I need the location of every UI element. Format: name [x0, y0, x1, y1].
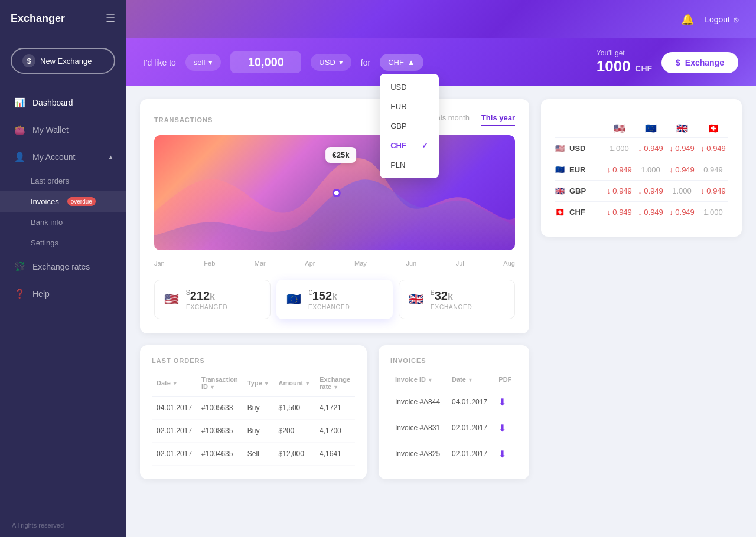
sidebar-item-wallet[interactable]: 👛 My Wallet — [0, 116, 126, 143]
chevron-up-icon: ▲ — [107, 153, 114, 161]
col-date[interactable]: Date▼ — [152, 372, 197, 397]
sidebar-item-exchange-rates[interactable]: 💱 Exchange rates — [0, 253, 126, 280]
sort-icon: ▼ — [428, 377, 433, 383]
check-icon: ✓ — [422, 141, 428, 150]
notification-icon[interactable]: 🔔 — [681, 13, 694, 26]
gbp-amount: £32k — [431, 289, 472, 303]
sort-icon: ▼ — [305, 381, 310, 387]
rate-row: 🇬🇧 GBP ↓ 0.949↓ 0.9491.000↓ 0.949 — [555, 180, 728, 201]
exchange-rates-card: 🇺🇸 🇪🇺 🇬🇧 🇨🇭 🇺🇸 USD 1.000↓ 0.949↓ 0.949↓ … — [541, 99, 742, 237]
col-rate[interactable]: Exchange rate▼ — [315, 372, 355, 397]
wallet-icon: 👛 — [14, 125, 25, 135]
rate-flag-usd: 🇺🇸 — [605, 123, 634, 134]
rate-currency-name: CHF — [569, 208, 585, 217]
list-item: Invoice #A844 04.01.2017 ⬇ — [390, 389, 517, 415]
gbp-stat-info: £32k EXCHANGED — [431, 289, 472, 310]
last-orders-title: LAST ORDERS — [152, 357, 355, 364]
dropdown-item-usd[interactable]: USD — [380, 77, 439, 97]
sidebar-item-bank-info[interactable]: Bank info — [0, 212, 126, 233]
logout-button[interactable]: Logout ⎋ — [705, 15, 738, 24]
sidebar-item-last-orders[interactable]: Last orders — [0, 171, 126, 191]
rate-flag-eur: 🇪🇺 — [636, 123, 665, 134]
sidebar-nav: 📊 Dashboard 👛 My Wallet 👤 My Account ▲ L… — [0, 89, 126, 513]
sidebar-item-settings[interactable]: Settings — [0, 233, 126, 253]
dropdown-item-chf[interactable]: CHF ✓ — [380, 136, 439, 155]
from-currency-select[interactable]: USD ▾ — [311, 54, 351, 71]
transactions-header: TRANSACTIONS This week This month This y… — [154, 113, 515, 126]
sidebar-item-account[interactable]: 👤 My Account ▲ — [0, 143, 126, 171]
tab-this-year[interactable]: This year — [481, 113, 515, 126]
chart-tooltip: €25k — [325, 147, 357, 163]
eur-amount: €152k — [308, 289, 350, 303]
usd-amount: $212k — [186, 289, 228, 303]
rate-flag: 🇨🇭 — [555, 208, 565, 217]
table-row: 02.01.2017 #1004635 Sell $12,000 4,1641 — [152, 442, 355, 465]
topbar: 🔔 Logout ⎋ — [126, 0, 756, 38]
download-icon[interactable]: ⬇ — [498, 397, 506, 407]
new-exchange-icon: $ — [22, 54, 35, 67]
table-row: 04.01.2017 #1005633 Buy $1,500 4,1721 — [152, 396, 355, 419]
rate-currency-name: USD — [569, 144, 585, 153]
chart-label-jan: Jan — [154, 260, 165, 267]
col-invoice-id[interactable]: Invoice ID▼ — [390, 372, 447, 389]
to-currency-select[interactable]: CHF ▲ — [380, 54, 423, 71]
sidebar-item-dashboard[interactable]: 📊 Dashboard — [0, 89, 126, 116]
app-logo: Exchanger — [11, 12, 65, 25]
orders-tbody: 04.01.2017 #1005633 Buy $1,500 4,1721 02… — [152, 396, 355, 465]
from-currency-chevron-icon: ▾ — [339, 58, 343, 67]
rate-header-row: 🇺🇸 🇪🇺 🇬🇧 🇨🇭 — [555, 119, 728, 137]
gbp-stat-card[interactable]: 🇬🇧 £32k EXCHANGED — [399, 280, 515, 319]
overdue-badge: overdue — [67, 197, 96, 206]
rate-row: 🇨🇭 CHF ↓ 0.949↓ 0.949↓ 0.9491.000 — [555, 201, 728, 222]
dropdown-item-eur[interactable]: EUR — [380, 97, 439, 116]
sidebar: Exchanger ☰ $ New Exchange 📊 Dashboard 👛… — [0, 0, 126, 537]
chart-label-jul: Jul — [456, 260, 464, 267]
topbar-actions: 🔔 Logout ⎋ — [681, 13, 738, 26]
dropdown-item-pln[interactable]: PLN — [380, 155, 439, 175]
orders-table: Date▼ Transaction ID▼ Type▼ Amount▼ Exch… — [152, 372, 355, 466]
eur-stat-info: €152k EXCHANGED — [308, 289, 350, 310]
col-invoice-date[interactable]: Date▼ — [447, 372, 494, 389]
download-icon[interactable]: ⬇ — [498, 423, 506, 433]
sidebar-item-invoices[interactable]: Invoices overdue — [0, 191, 126, 212]
col-transaction-id[interactable]: Transaction ID▼ — [197, 372, 243, 397]
rate-table: 🇺🇸 🇪🇺 🇬🇧 🇨🇭 🇺🇸 USD 1.000↓ 0.949↓ 0.949↓ … — [555, 119, 728, 222]
dropdown-item-gbp[interactable]: GBP — [380, 116, 439, 136]
action-select[interactable]: sell ▾ — [185, 54, 221, 71]
exchange-bar: I'd like to sell ▾ 10,000 USD ▾ for CHF … — [126, 38, 756, 86]
usd-stat-card[interactable]: 🇺🇸 $212k EXCHANGED — [154, 280, 271, 319]
logout-icon: ⎋ — [734, 15, 738, 24]
transactions-card: TRANSACTIONS This week This month This y… — [140, 99, 529, 333]
to-currency-wrapper: CHF ▲ USD EUR GBP CHF ✓ PLN — [380, 54, 423, 71]
account-icon: 👤 — [14, 152, 25, 162]
usd-stat-info: $212k EXCHANGED — [186, 289, 228, 310]
download-icon[interactable]: ⬇ — [498, 449, 506, 459]
col-type[interactable]: Type▼ — [243, 372, 274, 397]
chart-label-jun: Jun — [406, 260, 416, 267]
rate-flag-chf: 🇨🇭 — [699, 123, 728, 134]
list-item: Invoice #A831 02.01.2017 ⬇ — [390, 415, 517, 441]
new-exchange-button[interactable]: $ New Exchange — [11, 48, 115, 74]
left-column: TRANSACTIONS This week This month This y… — [140, 99, 529, 479]
chart-label-may: May — [354, 260, 367, 267]
sidebar-item-help[interactable]: ❓ Help — [0, 280, 126, 307]
youll-get-display: You'll get 1000 CHF — [597, 49, 652, 76]
main-area: 🔔 Logout ⎋ I'd like to sell ▾ 10,000 USD… — [126, 0, 756, 537]
sort-icon: ▼ — [468, 377, 473, 383]
hamburger-icon[interactable]: ☰ — [106, 12, 115, 25]
chart-label-mar: Mar — [255, 260, 266, 267]
sort-icon: ▼ — [264, 381, 269, 387]
rate-flag: 🇺🇸 — [555, 144, 565, 153]
to-currency-chevron-icon: ▲ — [408, 58, 415, 67]
exchange-submit-button[interactable]: $ Exchange — [662, 52, 738, 73]
content-inner: TRANSACTIONS This week This month This y… — [126, 86, 756, 537]
eur-stat-card[interactable]: 🇪🇺 €152k EXCHANGED — [276, 280, 393, 319]
eur-flag: 🇪🇺 — [286, 292, 301, 306]
col-amount[interactable]: Amount▼ — [274, 372, 315, 397]
invoices-tbody: Invoice #A844 04.01.2017 ⬇ Invoice #A831… — [390, 389, 517, 467]
rate-row: 🇪🇺 EUR ↓ 0.9491.000↓ 0.9490.949 — [555, 159, 728, 180]
invoices-table: Invoice ID▼ Date▼ PDF Invoice #A844 04.0… — [390, 372, 517, 467]
chart-labels: Jan Feb Mar Apr May Jun Jul Aug — [154, 256, 515, 270]
rate-flag-gbp: 🇬🇧 — [667, 123, 696, 134]
sidebar-footer: All rights reserved — [0, 513, 126, 537]
